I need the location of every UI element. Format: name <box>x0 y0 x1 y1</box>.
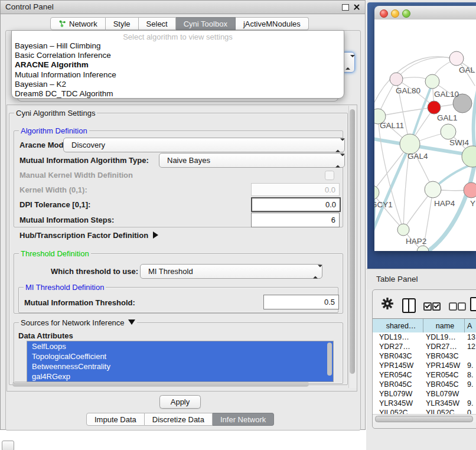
control-panel-titlebar[interactable]: Control Panel <box>1 1 365 14</box>
algorithm-option-basic-correlation-inference[interactable]: Basic Correlation Inference <box>12 51 344 60</box>
network-canvas[interactable]: GAL80GALGAL10GAL1GAL11SWI4GAL4GCY1HAP4YH… <box>374 19 476 251</box>
graph-node[interactable] <box>462 146 476 167</box>
gear-icon[interactable] <box>381 297 394 312</box>
zoom-traffic-light-icon[interactable] <box>402 9 410 18</box>
unchecked-boxes-icon[interactable] <box>449 302 457 311</box>
table-row[interactable]: YBL079WYBL079W <box>373 389 476 399</box>
graph-node-hap2[interactable] <box>397 224 409 236</box>
attribute-item-topologicalcoefficient[interactable]: TopologicalCoefficient <box>27 351 333 361</box>
graph-node-label: Y <box>470 199 475 208</box>
network-icon <box>58 19 66 28</box>
table-row[interactable]: YER054CYER054C8. <box>373 370 476 380</box>
graph-edge[interactable] <box>396 57 457 79</box>
kernel-width-field[interactable]: 0.0 <box>251 183 340 196</box>
algorithm-option-mutual-information-inference[interactable]: Mutual Information Inference <box>12 70 344 80</box>
table-row[interactable]: YBR045CYBR045C9. <box>373 380 476 389</box>
table-hscrollbar[interactable] <box>373 414 476 422</box>
tab-impute-data[interactable]: Impute Data <box>86 413 145 426</box>
table-row[interactable]: YDL19…YDL19…13 <box>373 332 476 342</box>
attribute-item-gal4rgexp[interactable]: gal4RGexp <box>27 371 333 381</box>
network-window-titlebar[interactable] <box>374 6 476 20</box>
vertical-scrollbar-thumb[interactable] <box>350 109 355 374</box>
threshold-definition-title: Threshold Definition <box>19 249 91 258</box>
tab-label: Style <box>113 19 131 28</box>
tab-infer-network[interactable]: Infer Network <box>213 413 274 426</box>
table-row[interactable]: YLR345WYLR345W9. <box>373 399 476 408</box>
algorithm-option-aracne-algorithm[interactable]: ARACNE Algorithm <box>12 60 344 70</box>
chevron-down-icon <box>128 319 135 325</box>
header-cell-shared[interactable]: shared… <box>373 319 423 333</box>
graph-node[interactable] <box>417 246 429 251</box>
taskbar-mini-icon[interactable] <box>2 441 14 450</box>
tab-label: Network <box>69 19 97 28</box>
tab-network[interactable]: Network <box>50 17 106 30</box>
tab-cyni-toolbox[interactable]: Cyni Toolbox <box>176 17 236 30</box>
checked-boxes-icon[interactable] <box>432 302 441 311</box>
aracne-mode-combo[interactable]: Discovery <box>63 138 345 152</box>
graph-node-swi4[interactable] <box>441 124 456 139</box>
table-hscrollbar-thumb[interactable] <box>375 416 473 422</box>
apply-button-label: Apply <box>171 397 190 406</box>
table-row[interactable]: YBR043CYBR043C <box>373 351 476 361</box>
graph-node-gal4[interactable] <box>400 134 420 154</box>
algorithm-option-bayesian-k2[interactable]: Bayesian – K2 <box>12 80 344 89</box>
minimize-traffic-light-icon[interactable] <box>391 9 399 18</box>
graph-edge[interactable] <box>474 86 476 154</box>
mi-steps-field[interactable]: 6 <box>251 213 340 227</box>
table-row[interactable]: YIL052CYIL052C0. <box>373 408 476 414</box>
graph-node-gal80[interactable] <box>390 73 403 86</box>
header-cell-name[interactable]: name <box>423 319 465 333</box>
header-cell-a[interactable]: A <box>465 319 476 333</box>
graph-node-gal10[interactable] <box>425 74 439 89</box>
document-icon[interactable] <box>470 297 476 311</box>
spinner-arrows-icon <box>335 156 340 165</box>
tab-jactivemnodules[interactable]: jActiveMNodules <box>236 17 309 30</box>
list-scrollbar-thumb[interactable] <box>327 343 332 376</box>
table-cell: YBR043C <box>373 352 423 360</box>
table-cell: YPR145W <box>373 361 423 370</box>
hub-definition-toggle[interactable]: Hub/Transcription Factor Definition <box>19 231 158 240</box>
sources-title[interactable]: Sources for Network Inference <box>19 318 137 327</box>
tab-discretize-data[interactable]: Discretize Data <box>145 413 213 426</box>
graph-node-gal1[interactable] <box>428 101 441 114</box>
tab-select[interactable]: Select <box>139 17 176 30</box>
application-root: Control Panel NetworkStyleSelectCyni Too… <box>0 0 476 450</box>
graph-node-y[interactable] <box>464 182 476 198</box>
graph-node-gcy1[interactable] <box>374 185 379 200</box>
which-threshold-combo[interactable]: MI Threshold <box>140 264 322 279</box>
algorithm-option-dream8-dc-tdc-algorithm[interactable]: Dream8 DC_TDC Algorithm <box>12 89 344 99</box>
close-icon[interactable] <box>353 4 360 11</box>
attribute-item-betweennesscentrality[interactable]: BetweennessCentrality <box>27 361 333 371</box>
graph-node-label: SWI4 <box>449 138 469 147</box>
attribute-item-selfloops[interactable]: SelfLoops <box>27 341 333 351</box>
network-window[interactable]: GAL80GALGAL10GAL1GAL11SWI4GAL4GCY1HAP4YH… <box>374 6 476 251</box>
float-window-icon[interactable] <box>342 4 349 11</box>
mi-type-combo[interactable]: Naive Bayes <box>159 153 345 168</box>
graph-edge[interactable] <box>374 193 403 230</box>
apply-button[interactable]: Apply <box>159 395 201 409</box>
graph-node-gal[interactable] <box>449 51 464 66</box>
sources-title-text: Sources for Network Inference <box>21 318 125 327</box>
checked-boxes-icon[interactable] <box>423 302 432 311</box>
bottom-tab-bar: Impute DataDiscretize DataInfer Network <box>86 413 274 426</box>
table-cell: 8. <box>465 371 476 379</box>
table-row[interactable]: YDR27…YDR27…12 <box>373 342 476 351</box>
table-row[interactable]: YPR145WYPR145W9. <box>373 361 476 370</box>
data-attributes-list[interactable]: SelfLoopsTopologicalCoefficientBetweenne… <box>27 341 334 382</box>
mi-type-value: Naive Bayes <box>167 156 210 165</box>
manual-kernel-width-checkbox[interactable] <box>325 171 334 180</box>
graph-node-label: GAL11 <box>380 121 404 130</box>
split-table-icon[interactable] <box>402 298 416 313</box>
close-traffic-light-icon[interactable] <box>380 9 388 18</box>
table-header[interactable]: shared…nameA <box>373 318 476 334</box>
tab-label: Cyni Toolbox <box>184 19 227 28</box>
unchecked-boxes-icon[interactable] <box>458 302 466 311</box>
tab-style[interactable]: Style <box>106 17 139 30</box>
mi-threshold-field[interactable]: 0.5 <box>263 295 339 309</box>
graph-edge[interactable] <box>378 107 434 116</box>
chevron-right-icon <box>153 231 158 239</box>
algorithm-option-bayesian-hill-climbing[interactable]: Bayesian – Hill Climbing <box>12 41 344 51</box>
spinner-arrows-icon <box>345 57 350 68</box>
graph-node-hap4[interactable] <box>425 181 441 198</box>
dpi-tolerance-field[interactable]: 0.0 <box>251 197 341 212</box>
